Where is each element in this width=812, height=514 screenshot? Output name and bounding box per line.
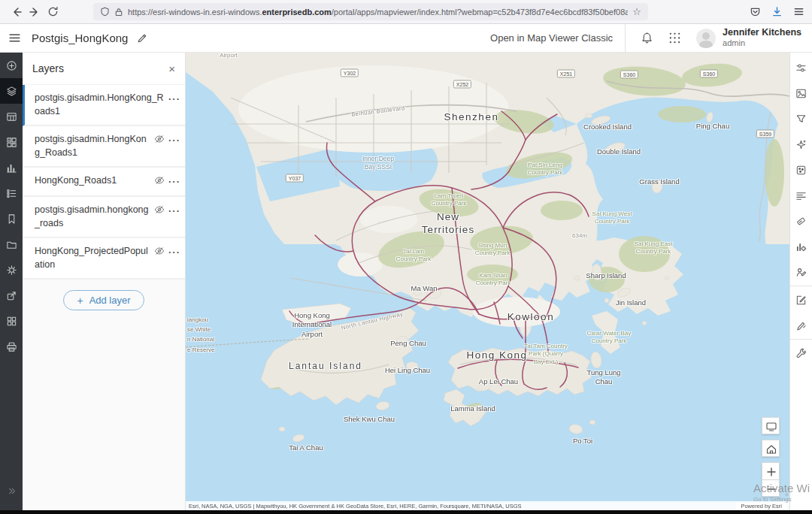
layer-label: HongKong_ProjectedPopulation (35, 245, 150, 271)
filter-icon (795, 113, 807, 125)
layer-item[interactable]: postgis.gisadmin.HongKong_Roads1 ··· (23, 85, 185, 126)
save-button[interactable] (0, 231, 23, 257)
open-in-map-viewer-classic-link[interactable]: Open in Map Viewer Classic (490, 32, 613, 44)
layer-options-icon[interactable]: ··· (168, 94, 180, 104)
edit-title-pencil-icon[interactable] (137, 33, 147, 44)
layer-label: postgis.gisadmin.HongKong_Roads1 (35, 92, 165, 118)
zoom-out-icon (765, 482, 777, 494)
bookmark-button[interactable] (0, 206, 23, 231)
apps-button[interactable] (0, 308, 23, 334)
layers-panel: Layers × postgis.gisadmin.HongKong_Roads… (23, 53, 186, 514)
toolbar-divider (790, 339, 812, 340)
toolbar-divider (790, 286, 812, 286)
basemap-button[interactable] (0, 129, 23, 155)
share-icon (6, 290, 17, 301)
layer-item[interactable]: postgis.gisadmin.hongkong_roads ··· (23, 197, 185, 238)
layer-label: postgis.gisadmin.hongkong_roads (35, 204, 150, 230)
popups-button[interactable] (790, 208, 812, 234)
close-icon[interactable]: × (168, 63, 175, 74)
aggregation-icon (795, 165, 807, 176)
print-icon (6, 341, 17, 352)
labels-button[interactable] (790, 183, 812, 208)
apps-icon (6, 316, 17, 327)
overview-button[interactable] (762, 417, 780, 434)
visibility-eye-hidden-icon[interactable] (154, 246, 165, 259)
header-divider (625, 24, 626, 53)
screen-bottom-strip (0, 510, 812, 514)
popups-icon (795, 216, 807, 227)
zoom-in-icon (765, 465, 777, 477)
lock-icon[interactable] (114, 8, 123, 17)
user-info: Jennifer Kitchens admin (723, 27, 801, 48)
visibility-eye-hidden-icon[interactable] (154, 134, 165, 147)
visibility-eye-hidden-icon[interactable] (154, 175, 165, 189)
layers-button[interactable] (0, 78, 23, 104)
browser-refresh-button[interactable] (44, 3, 62, 21)
bookmark-star-icon[interactable]: ☆ (632, 6, 641, 17)
avatar[interactable] (696, 29, 716, 48)
forms-icon (795, 267, 807, 278)
properties-button[interactable] (790, 55, 812, 80)
settings-toolbar (789, 53, 812, 514)
map-controls (762, 417, 780, 502)
save-icon (6, 239, 17, 250)
layer-options-icon[interactable]: ··· (168, 247, 180, 257)
layer-item[interactable]: HongKong_Roads1 ··· (23, 168, 185, 197)
user-role: admin (723, 38, 801, 48)
effects-icon (795, 139, 807, 150)
table-button[interactable] (0, 104, 23, 129)
fields-button[interactable] (790, 234, 812, 259)
bookmark-icon (6, 213, 17, 225)
settings-button[interactable] (0, 257, 23, 283)
address-bar[interactable]: https://esri-windows-in.esri-windows.ent… (93, 3, 648, 20)
user-name: Jennifer Kitchens (723, 27, 801, 38)
layer-options-icon[interactable]: ··· (168, 135, 180, 145)
browser-forward-button[interactable] (26, 3, 44, 21)
effects-button[interactable] (790, 132, 812, 157)
url-text: https://esri-windows-in.esri-windows.ent… (128, 8, 628, 17)
layer-options-icon[interactable]: ··· (168, 177, 180, 186)
zoom-out-button[interactable] (762, 479, 780, 497)
downloads-icon[interactable] (771, 6, 783, 17)
attribution-bar: Esri, NASA, NGA, USGS | Mapwithyou, HK G… (186, 501, 789, 510)
edit-button[interactable] (790, 287, 812, 313)
charts-icon (6, 162, 17, 174)
aggregation-button[interactable] (790, 157, 812, 183)
overview-icon (765, 420, 777, 432)
styles-button[interactable] (790, 80, 812, 106)
zoom-in-button[interactable] (762, 462, 780, 479)
contents-toolbar (0, 53, 23, 514)
styles-icon (795, 88, 807, 99)
map-canvas[interactable]: AirportShenzhenBeihuan BoulevardInner De… (186, 53, 789, 514)
basemap-image (186, 53, 789, 514)
charts-button[interactable] (0, 155, 23, 180)
layer-label: postgis.gisadmin.HongKong_Roads1 (35, 133, 150, 159)
layer-options-icon[interactable]: ··· (168, 206, 180, 216)
notifications-bell-icon[interactable] (641, 32, 653, 44)
layers-panel-title: Layers (32, 62, 64, 74)
filter-button[interactable] (790, 106, 812, 132)
pocket-icon[interactable] (750, 6, 761, 17)
forms-button[interactable] (790, 259, 812, 285)
hamburger-menu-icon[interactable] (0, 24, 29, 53)
sketch-button[interactable] (790, 313, 812, 338)
app-launcher-grid-icon[interactable] (668, 32, 681, 44)
add-layer-button[interactable]: + Add layer (63, 290, 144, 310)
browser-back-button[interactable] (8, 3, 26, 21)
add-button[interactable] (0, 53, 23, 78)
page-title: Postgis_HongKong (32, 32, 128, 44)
tracking-protection-shield-icon[interactable] (100, 7, 110, 17)
layer-item[interactable]: HongKong_ProjectedPopulation ··· (23, 238, 185, 280)
layer-item[interactable]: postgis.gisadmin.HongKong_Roads1 ··· (23, 126, 185, 168)
visibility-eye-hidden-icon[interactable] (154, 204, 165, 218)
menu-icon[interactable] (793, 6, 804, 17)
edit-icon (795, 295, 807, 306)
share-button[interactable] (0, 283, 23, 308)
legend-button[interactable] (0, 180, 23, 206)
powered-by-esri: Powered by Esri (736, 503, 786, 509)
legend-icon (6, 188, 17, 199)
print-button[interactable] (0, 334, 23, 359)
expand-toolbar-button[interactable] (0, 478, 23, 503)
home-button[interactable] (762, 440, 780, 457)
map-tools-button[interactable] (790, 340, 812, 366)
